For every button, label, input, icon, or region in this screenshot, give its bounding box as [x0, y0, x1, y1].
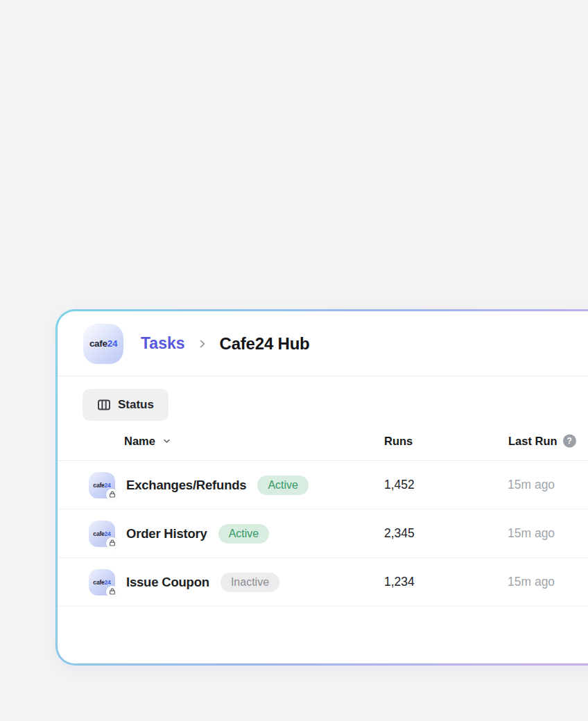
columns-icon: [97, 398, 111, 412]
mini-logo-text-accent: 24: [105, 482, 111, 489]
breadcrumb-link-tasks[interactable]: Tasks: [141, 334, 185, 353]
toolbar: Status: [83, 389, 588, 421]
tasks-table: Name Runs Last Run ? cafe24: [58, 421, 588, 607]
status-badge: Inactive: [220, 573, 279, 592]
chevron-down-icon: [162, 436, 171, 445]
mini-logo-text-accent: 24: [105, 530, 111, 537]
last-run-value: 15m ago: [508, 478, 555, 492]
mini-logo-text-primary: cafe: [93, 579, 104, 586]
table-row[interactable]: cafe24 Exchanges/Refunds Active 1,452 15…: [58, 461, 588, 510]
task-name: Order History: [126, 526, 207, 541]
mini-logo-text-accent: 24: [105, 579, 111, 586]
status-badge: Active: [218, 524, 270, 544]
tasks-card: cafe24 Tasks Cafe24 Hub Status: [55, 309, 588, 666]
table-row[interactable]: cafe24 Order History Active 2,345 15m ag…: [58, 510, 588, 558]
lock-icon: [106, 489, 118, 501]
table-header-row: Name Runs Last Run ?: [58, 421, 588, 461]
cafe24-lock-icon: cafe24: [89, 521, 115, 547]
lock-icon: [106, 586, 118, 598]
logo-text-accent: 24: [107, 338, 117, 349]
table-row[interactable]: cafe24 Issue Coupon Inactive 1,234 15m a…: [58, 558, 588, 607]
task-name: Exchanges/Refunds: [126, 478, 246, 493]
page-title: Cafe24 Hub: [220, 334, 310, 354]
mini-logo-text-primary: cafe: [93, 482, 104, 489]
column-header-name[interactable]: Name: [124, 434, 171, 447]
mini-logo-text-primary: cafe: [93, 530, 104, 537]
runs-value: 1,452: [384, 478, 415, 492]
column-header-last-run: Last Run ?: [508, 434, 576, 447]
task-name: Issue Coupon: [126, 575, 209, 590]
logo-text-primary: cafe: [89, 338, 107, 349]
breadcrumb: Tasks Cafe24 Hub: [141, 334, 310, 354]
cafe24-logo[interactable]: cafe24: [83, 324, 123, 364]
question-mark-icon[interactable]: ?: [563, 434, 576, 447]
column-header-name-label: Name: [124, 434, 155, 447]
cafe24-lock-icon: cafe24: [89, 569, 115, 596]
chevron-right-icon: [197, 338, 208, 349]
status-button-label: Status: [118, 398, 154, 412]
lock-icon: [106, 537, 118, 549]
tasks-card-inner: cafe24 Tasks Cafe24 Hub Status: [58, 311, 588, 663]
last-run-value: 15m ago: [508, 575, 555, 589]
status-badge: Active: [257, 476, 309, 495]
last-run-value: 15m ago: [508, 526, 555, 541]
runs-value: 2,345: [384, 526, 415, 541]
card-header: cafe24 Tasks Cafe24 Hub: [58, 311, 588, 376]
cafe24-lock-icon: cafe24: [89, 472, 115, 498]
runs-value: 1,234: [384, 575, 415, 589]
status-button[interactable]: Status: [83, 389, 168, 421]
column-header-runs: Runs: [384, 434, 413, 447]
column-header-last-run-label: Last Run: [508, 434, 557, 447]
